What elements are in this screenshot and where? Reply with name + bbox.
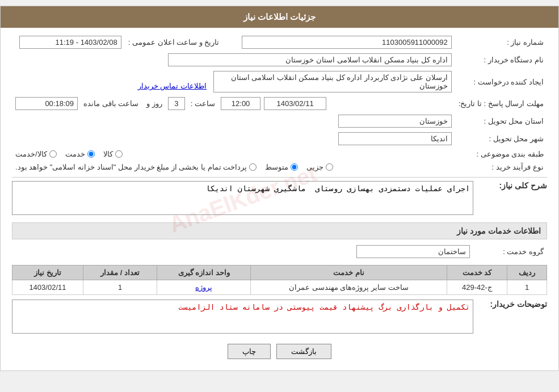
row-tabaqe: طبقه بندی موضوعی : کالا/خدمت خدمت کالا <box>12 147 547 161</box>
radio-jozee-label: جزیی <box>306 163 323 171</box>
cell-nam: ساخت سایر پروژه‌های مهندسی عمران <box>250 280 447 295</box>
mohlat-date-value: 1403/02/11 <box>264 97 326 110</box>
chap-button[interactable]: چاپ <box>228 344 271 359</box>
radio-pardakht-input[interactable] <box>249 163 257 171</box>
table-row: 1ج-42-429ساخت سایر پروژه‌های مهندسی عمرا… <box>12 280 547 295</box>
sharh-content: AnaElKder.net <box>12 181 473 217</box>
row-ijad: ایجاد کننده درخواست : ارسلان علی نژادی ک… <box>12 69 547 95</box>
tarikh-aalan-value: 1403/02/08 - 11:19 <box>19 36 121 49</box>
cell-kod: ج-42-429 <box>447 280 507 295</box>
radio-pardakht: پرداخت تمام یا بخشی از مبلغ خریدار محل "… <box>15 163 257 171</box>
ostan-label: استان محل تحویل : <box>455 112 547 130</box>
ijad-link[interactable]: اطلاعات تماس خریدار <box>138 82 207 90</box>
mohlat-label: مهلت ارسال پاسخ : تا تاریخ: <box>455 95 547 112</box>
button-row: بازگشت چاپ <box>12 344 547 359</box>
col-header-4: تعداد / مقدار <box>83 265 157 280</box>
gorooh-table: گروه خدمت : ساختمان <box>12 243 547 260</box>
cell-tedad: 1 <box>83 280 157 295</box>
tarikh-aalan-label: تاریخ و ساعت اعلان عمومی : <box>125 33 231 51</box>
row-mohlat: مهلت ارسال پاسخ : تا تاریخ: 00:18:09 ساع… <box>12 95 547 112</box>
col-header-3: واحد اندازه گیری <box>157 265 251 280</box>
row-gorooh: گروه خدمت : ساختمان <box>12 243 547 260</box>
ijad-label: ایجاد کننده درخواست : <box>455 69 547 95</box>
row-shomara: شماره نیاز : 1103005911000092 تاریخ و سا… <box>12 33 547 51</box>
shomara-value: 1103005911000092 <box>242 36 452 49</box>
radio-kala-khadamat[interactable]: کالا/خدمت <box>15 150 57 158</box>
cell-vahed[interactable]: پروژه <box>157 280 251 295</box>
services-table-head: ردیفکد خدمتنام خدمتواحد اندازه گیریتعداد… <box>12 265 547 280</box>
radio-khadamat-label: خدمت <box>65 150 85 158</box>
col-header-2: نام خدمت <box>250 265 447 280</box>
tozihat-textarea[interactable] <box>12 300 473 334</box>
shahr-label: شهر محل تحویل : <box>455 130 547 147</box>
mohlat-baqi-label: ساعت باقی مانده <box>83 99 138 108</box>
tabaqe-label: طبقه بندی موضوعی : <box>455 147 547 161</box>
services-table-header-row: ردیفکد خدمتنام خدمتواحد اندازه گیریتعداد… <box>12 265 547 280</box>
services-table-body: 1ج-42-429ساخت سایر پروژه‌های مهندسی عمرا… <box>12 280 547 295</box>
row-farayand: نوع فرآیند خرید : پرداخت تمام یا بخشی از… <box>12 161 547 174</box>
watermark-area: AnaElKder.net <box>12 181 473 217</box>
content-area: شماره نیاز : 1103005911000092 تاریخ و سا… <box>1 28 558 370</box>
sharh-label-cell: شرح کلی نیاز: <box>479 181 547 190</box>
radio-motovaset[interactable]: متوسط <box>265 163 298 171</box>
col-header-1: کد خدمت <box>447 265 507 280</box>
khadamat-section-title: اطلاعات خدمات مورد نیاز <box>12 222 547 239</box>
col-header-0: ردیف <box>507 265 547 280</box>
row-nam-dastgah: نام دستگاه خریدار : اداره کل بنیاد مسکن … <box>12 51 547 69</box>
radio-kala-khadamat-input[interactable] <box>49 150 57 158</box>
sharh-textarea[interactable] <box>12 181 473 215</box>
page-title: جزئیات اطلاعات نیاز <box>243 12 316 22</box>
sharh-row: شرح کلی نیاز: AnaElKder.net <box>12 181 547 217</box>
col-header-5: تاریخ نیاز <box>12 265 83 280</box>
radio-motovaset-label: متوسط <box>265 163 288 171</box>
radio-jozee-input[interactable] <box>326 163 333 171</box>
tozihat-label-cell: توضیحات خریدار: <box>479 300 547 309</box>
shahr-value: اندیکا <box>338 132 452 145</box>
tozihat-label: توضیحات خریدار: <box>490 300 547 309</box>
radio-kala-label: کالا <box>103 150 113 158</box>
bazgasht-button[interactable]: بازگشت <box>276 344 331 359</box>
sharh-label: شرح کلی نیاز: <box>499 181 547 190</box>
mohlat-baqi-value: 00:18:09 <box>15 97 78 110</box>
services-table: ردیفکد خدمتنام خدمتواحد اندازه گیریتعداد… <box>12 265 547 295</box>
mohlat-row: 00:18:09 ساعت باقی مانده روز و 3 ساعت : … <box>15 97 452 110</box>
gorooh-label: گروه خدمت : <box>473 243 547 260</box>
radio-kala[interactable]: کالا <box>103 150 123 158</box>
mohlat-saat-value: 12:00 <box>221 97 260 110</box>
cell-radif: 1 <box>507 280 547 295</box>
mohlat-rooz-value: 3 <box>168 97 185 110</box>
gorooh-value: ساختمان <box>356 245 470 258</box>
info-table-main: شماره نیاز : 1103005911000092 تاریخ و سا… <box>12 33 547 174</box>
shomara-label: شماره نیاز : <box>455 33 547 51</box>
radio-pardakht-label: پرداخت تمام یا بخشی از مبلغ خریدار محل "… <box>15 163 247 171</box>
ostan-value: خوزستان <box>338 115 452 128</box>
radio-khadamat-input[interactable] <box>87 150 95 158</box>
ijad-value: ارسلان علی نژادی کاربردار اداره کل بنیاد… <box>213 71 452 92</box>
radio-khadamat[interactable]: خدمت <box>65 150 95 158</box>
farayand-label: نوع فرآیند خرید : <box>455 161 547 174</box>
separator-1 <box>12 177 547 178</box>
row-shahr: شهر محل تحویل : اندیکا <box>12 130 547 147</box>
mohlat-rooz-label: روز و <box>146 99 162 108</box>
page-wrapper: جزئیات اطلاعات نیاز شماره نیاز : 1103005… <box>0 6 559 371</box>
tabaqe-radio-group: کالا/خدمت خدمت کالا <box>15 150 452 158</box>
cell-tarikh: 1403/02/11 <box>12 280 83 295</box>
mohlat-saat-label: ساعت : <box>191 99 215 108</box>
nam-dastgah-label: نام دستگاه خریدار : <box>455 51 547 69</box>
page-header: جزئیات اطلاعات نیاز <box>1 6 558 28</box>
tozihat-row: توضیحات خریدار: <box>12 300 547 335</box>
farayand-radio-group: پرداخت تمام یا بخشی از مبلغ خریدار محل "… <box>15 163 452 171</box>
radio-kala-khadamat-label: کالا/خدمت <box>15 150 47 158</box>
radio-kala-input[interactable] <box>115 150 123 158</box>
radio-jozee[interactable]: جزیی <box>306 163 333 171</box>
tozihat-content <box>12 300 473 335</box>
nam-dastgah-value: اداره کل بنیاد مسکن انقلاب اسلامی استان … <box>168 53 452 66</box>
radio-motovaset-input[interactable] <box>291 163 298 171</box>
row-ostan: استان محل تحویل : خوزستان <box>12 112 547 130</box>
